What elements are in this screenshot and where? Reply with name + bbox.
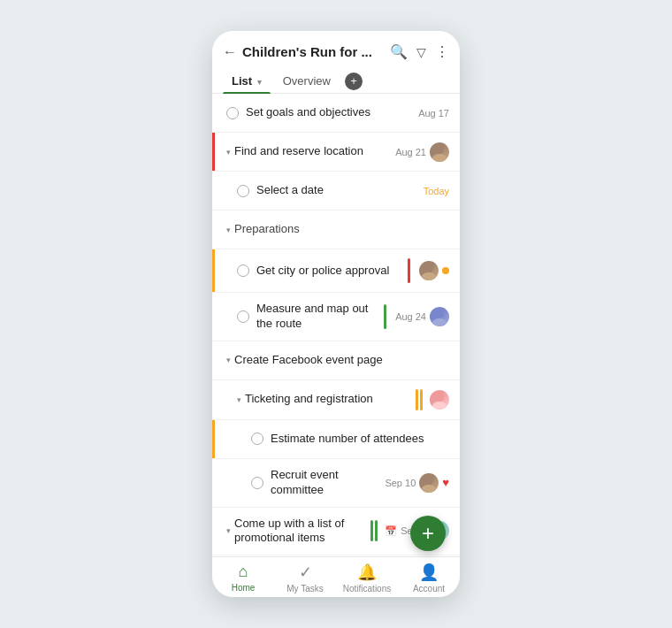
page-title: Children's Run for ...	[242, 44, 390, 59]
task-row[interactable]: Recruit event committee Sep 10 ♥	[212, 459, 460, 508]
avatar	[419, 261, 439, 280]
task-date: Aug 24	[395, 311, 426, 322]
heart-icon: ♥	[442, 476, 449, 489]
task-name: Create Facebook event page	[234, 353, 449, 368]
task-name: Come up with a list of promotional items	[234, 517, 370, 547]
task-name: Ticketing and registration	[245, 392, 416, 407]
nav-item-home[interactable]: ⌂ Home	[212, 563, 274, 594]
collapse-arrow[interactable]: ▾	[226, 148, 231, 157]
tab-list[interactable]: List ▾	[223, 69, 271, 93]
task-checkbox[interactable]	[237, 310, 249, 323]
priority-stripes	[416, 389, 423, 410]
task-row[interactable]: ▾ Ticketing and registration	[212, 380, 460, 420]
add-task-fab[interactable]: +	[410, 516, 446, 551]
task-meta: Sep 10 ♥	[385, 473, 449, 493]
svg-point-9	[422, 485, 436, 493]
left-bar	[212, 133, 215, 171]
collapse-arrow[interactable]: ▾	[226, 226, 231, 234]
nav-item-notifications[interactable]: 🔔 Notifications	[336, 563, 398, 594]
avatar	[430, 390, 449, 410]
svg-point-6	[435, 393, 444, 402]
task-row[interactable]: Set goals and objectives Aug 17	[212, 94, 460, 133]
priority-bar	[384, 304, 386, 329]
task-checkbox[interactable]	[251, 477, 263, 489]
task-checkbox[interactable]	[237, 185, 249, 197]
collapse-arrow[interactable]: ▾	[237, 395, 241, 404]
stripe	[416, 389, 418, 410]
svg-point-8	[424, 476, 433, 485]
back-icon[interactable]: ←	[223, 44, 237, 60]
task-name: Get city or police approval	[256, 264, 408, 279]
task-row[interactable]: Estimate number of attendees	[212, 420, 460, 459]
svg-point-4	[435, 310, 444, 318]
task-list: Set goals and objectives Aug 17 ▾ Find a…	[212, 94, 460, 556]
nav-label-account: Account	[413, 584, 445, 594]
priority-stripes	[370, 520, 378, 541]
bottom-nav: ⌂ Home ✓ My Tasks 🔔 Notifications 👤 Acco…	[212, 556, 460, 597]
task-row[interactable]: Get city or police approval	[212, 249, 460, 293]
task-row[interactable]: Measure and map out the route Aug 24	[212, 293, 460, 341]
svg-point-5	[432, 318, 447, 326]
header: ← Children's Run for ... 🔍 ▽ ⋮ List ▾ Ov…	[212, 31, 460, 94]
tabs: List ▾ Overview +	[223, 69, 449, 93]
svg-point-7	[432, 402, 447, 410]
task-meta: Aug 21	[395, 142, 449, 162]
task-meta	[416, 389, 449, 410]
add-tab-button[interactable]: +	[345, 73, 363, 90]
account-icon: 👤	[419, 563, 439, 582]
svg-point-2	[424, 264, 433, 272]
task-name: Set goals and objectives	[246, 105, 418, 120]
stripe	[375, 520, 378, 541]
nav-label-notifications: Notifications	[343, 584, 391, 594]
task-checkbox[interactable]	[251, 433, 263, 445]
task-meta: Aug 24	[384, 304, 449, 329]
svg-point-0	[435, 145, 444, 154]
header-top: ← Children's Run for ... 🔍 ▽ ⋮	[223, 43, 449, 60]
task-row[interactable]: Select a date Today	[212, 172, 460, 211]
task-checkbox[interactable]	[226, 107, 239, 119]
priority-bar	[408, 258, 410, 283]
svg-point-3	[422, 272, 436, 280]
notifications-icon: 🔔	[357, 563, 377, 582]
task-row[interactable]: ▾ Create Facebook event page	[212, 341, 460, 380]
tab-overview[interactable]: Overview	[274, 69, 340, 93]
task-row[interactable]: ▾ Preparations	[212, 211, 460, 249]
header-icons: 🔍 ▽ ⋮	[390, 43, 449, 60]
phone-container: ← Children's Run for ... 🔍 ▽ ⋮ List ▾ Ov…	[212, 31, 460, 597]
task-name: Measure and map out the route	[256, 302, 384, 332]
avatar	[430, 142, 449, 162]
section-name: Preparations	[234, 222, 449, 237]
task-checkbox[interactable]	[237, 264, 249, 277]
task-date: Sep 10	[385, 478, 416, 488]
more-icon[interactable]: ⋮	[435, 43, 449, 60]
stripe	[370, 520, 373, 541]
calendar-icon: 📅	[385, 525, 397, 537]
filter-icon[interactable]: ▽	[416, 45, 426, 59]
home-icon: ⌂	[239, 563, 248, 581]
task-date: Today	[424, 186, 449, 196]
svg-point-1	[432, 154, 447, 162]
task-row[interactable]: ▾ Find and reserve location Aug 21	[212, 133, 460, 172]
my-tasks-icon: ✓	[299, 563, 312, 582]
task-meta: Aug 17	[418, 108, 449, 119]
collapse-arrow[interactable]: ▾	[226, 356, 231, 364]
nav-item-account[interactable]: 👤 Account	[398, 563, 460, 594]
left-bar	[212, 249, 215, 292]
task-meta: Today	[424, 186, 449, 196]
task-meta	[408, 258, 449, 283]
task-name: Recruit event committee	[271, 468, 385, 498]
search-icon[interactable]: 🔍	[390, 43, 408, 60]
nav-label-my-tasks: My Tasks	[286, 584, 324, 594]
avatar	[430, 307, 449, 326]
nav-item-my-tasks[interactable]: ✓ My Tasks	[274, 563, 336, 594]
stripe	[420, 389, 423, 410]
left-bar	[212, 420, 215, 458]
task-date: Aug 17	[418, 108, 449, 119]
task-name: Select a date	[256, 183, 424, 198]
avatar	[419, 473, 439, 493]
task-name: Estimate number of attendees	[271, 432, 449, 447]
collapse-arrow[interactable]: ▾	[226, 526, 231, 535]
task-date: Aug 21	[395, 147, 426, 157]
nav-label-home: Home	[232, 583, 256, 593]
status-dot	[442, 267, 449, 274]
